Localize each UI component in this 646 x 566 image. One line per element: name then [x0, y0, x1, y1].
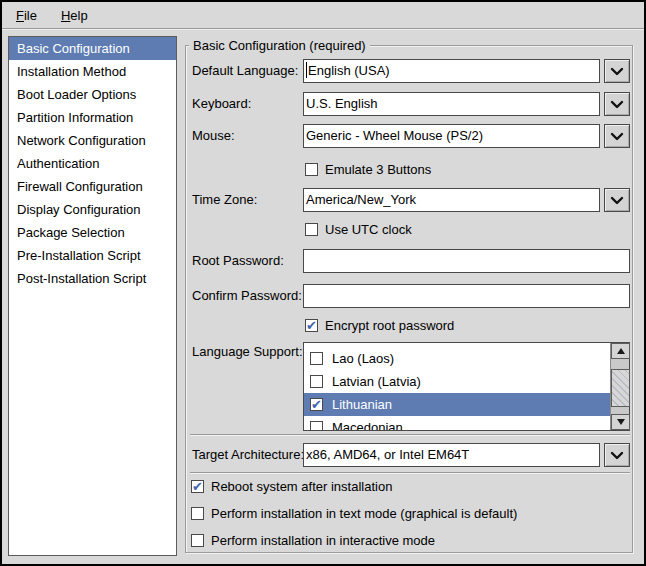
triangle-down-icon — [617, 419, 625, 425]
mouse-field[interactable]: Generic - Wheel Mouse (PS/2) — [303, 124, 600, 148]
menu-help[interactable]: Help — [57, 5, 92, 26]
sidebar-item-network-configuration[interactable]: Network Configuration — [9, 129, 176, 152]
frame-title: Basic Configuration (required) — [189, 38, 370, 53]
target-architecture-value: x86, AMD64, or Intel EM64T — [306, 447, 469, 462]
use-utc-clock-checkbox[interactable]: Use UTC clock — [305, 222, 412, 237]
checkbox-box: ✔ — [191, 480, 204, 493]
target-architecture-label: Target Architecture: — [192, 443, 304, 467]
time-zone-label: Time Zone: — [192, 188, 257, 212]
language-support-list: Lao (Laos) Latvian (Latvia) ✔ Lithuanian… — [303, 342, 630, 431]
menu-file[interactable]: File — [12, 5, 41, 26]
checkbox-label: Perform installation in interactive mode — [211, 533, 435, 548]
language-support-label: Language Support: — [192, 340, 303, 364]
checkbox-box — [305, 163, 318, 176]
confirm-password-input[interactable] — [303, 284, 630, 308]
reboot-after-install-checkbox[interactable]: ✔ Reboot system after installation — [191, 479, 392, 494]
sidebar-item-firewall-configuration[interactable]: Firewall Configuration — [9, 175, 176, 198]
mouse-value: Generic - Wheel Mouse (PS/2) — [306, 128, 483, 143]
mouse-dropdown-button[interactable] — [604, 124, 630, 148]
time-zone-value: America/New_York — [306, 192, 416, 207]
checkbox-label: Reboot system after installation — [211, 479, 392, 494]
checkbox-label: Use UTC clock — [325, 222, 412, 237]
time-zone-dropdown-button[interactable] — [604, 188, 630, 212]
default-language-value: English (USA) — [308, 63, 390, 78]
root-password-input[interactable] — [303, 249, 630, 273]
sidebar-item-boot-loader-options[interactable]: Boot Loader Options — [9, 83, 176, 106]
default-language-field[interactable]: English (USA) — [303, 59, 600, 83]
keyboard-label: Keyboard: — [192, 92, 251, 116]
checkbox-box — [305, 223, 318, 236]
checkbox-box — [310, 421, 323, 430]
checkbox-box: ✔ — [305, 319, 318, 332]
chevron-down-icon — [610, 132, 624, 141]
language-row-lao[interactable]: Lao (Laos) — [304, 347, 610, 370]
chevron-down-icon — [610, 100, 624, 109]
language-list-rows: Lao (Laos) Latvian (Latvia) ✔ Lithuanian… — [304, 343, 610, 430]
menu-bar: File Help — [2, 2, 644, 29]
text-caret — [306, 62, 307, 78]
chevron-down-icon — [610, 196, 624, 205]
triangle-up-icon — [617, 348, 625, 354]
sidebar-item-partition-information[interactable]: Partition Information — [9, 106, 176, 129]
encrypt-root-password-checkbox[interactable]: ✔ Encrypt root password — [305, 318, 454, 333]
checkbox-box: ✔ — [310, 398, 323, 411]
sidebar-item-pre-installation-script[interactable]: Pre-Installation Script — [9, 244, 176, 267]
language-row-label: Latvian (Latvia) — [332, 374, 421, 389]
language-row-macedonian[interactable]: Macedonian — [304, 416, 610, 430]
keyboard-value: U.S. English — [306, 96, 378, 111]
section-list: Basic Configuration Installation Method … — [8, 36, 177, 556]
keyboard-dropdown-button[interactable] — [604, 92, 630, 116]
default-language-label: Default Language: — [192, 59, 298, 83]
checkbox-label: Perform installation in text mode (graph… — [211, 506, 517, 521]
target-architecture-dropdown-button[interactable] — [604, 443, 630, 467]
chevron-down-icon — [610, 451, 624, 460]
sidebar-item-package-selection[interactable]: Package Selection — [9, 221, 176, 244]
confirm-password-label: Confirm Password: — [192, 284, 302, 308]
kickstart-configurator-window: File Help Basic Configuration Installati… — [0, 0, 646, 566]
target-architecture-field[interactable]: x86, AMD64, or Intel EM64T — [303, 443, 600, 467]
separator — [190, 472, 630, 474]
default-language-dropdown-button[interactable] — [604, 59, 630, 83]
language-row-latvian[interactable]: Latvian (Latvia) — [304, 370, 610, 393]
text-mode-install-checkbox[interactable]: Perform installation in text mode (graph… — [191, 506, 517, 521]
checkbox-box — [191, 507, 204, 520]
mouse-label: Mouse: — [192, 124, 235, 148]
checkbox-box — [310, 375, 323, 388]
language-row-lithuanian[interactable]: ✔ Lithuanian — [304, 393, 610, 416]
sidebar-item-post-installation-script[interactable]: Post-Installation Script — [9, 267, 176, 290]
scroll-down-button[interactable] — [611, 414, 630, 430]
language-list-scrollbar[interactable] — [610, 343, 629, 430]
separator — [190, 434, 630, 436]
root-password-label: Root Password: — [192, 249, 284, 273]
basic-configuration-frame: Basic Configuration (required) Default L… — [185, 45, 633, 553]
keyboard-field[interactable]: U.S. English — [303, 92, 600, 116]
emulate-3-buttons-checkbox[interactable]: Emulate 3 Buttons — [305, 162, 431, 177]
sidebar-item-installation-method[interactable]: Installation Method — [9, 60, 176, 83]
interactive-install-checkbox[interactable]: Perform installation in interactive mode — [191, 533, 435, 548]
language-row-label: Lao (Laos) — [332, 351, 394, 366]
language-row-label: Macedonian — [332, 420, 403, 430]
language-row-label: Lithuanian — [332, 397, 392, 412]
sidebar-item-basic-configuration[interactable]: Basic Configuration — [9, 37, 176, 60]
scrollbar-thumb[interactable] — [611, 369, 630, 407]
scroll-up-button[interactable] — [611, 343, 630, 359]
checkbox-box — [310, 352, 323, 365]
sidebar-item-authentication[interactable]: Authentication — [9, 152, 176, 175]
checkbox-label: Emulate 3 Buttons — [325, 162, 431, 177]
checkbox-label: Encrypt root password — [325, 318, 454, 333]
sidebar-item-display-configuration[interactable]: Display Configuration — [9, 198, 176, 221]
time-zone-field[interactable]: America/New_York — [303, 188, 600, 212]
chevron-down-icon — [610, 67, 624, 76]
checkbox-box — [191, 534, 204, 547]
